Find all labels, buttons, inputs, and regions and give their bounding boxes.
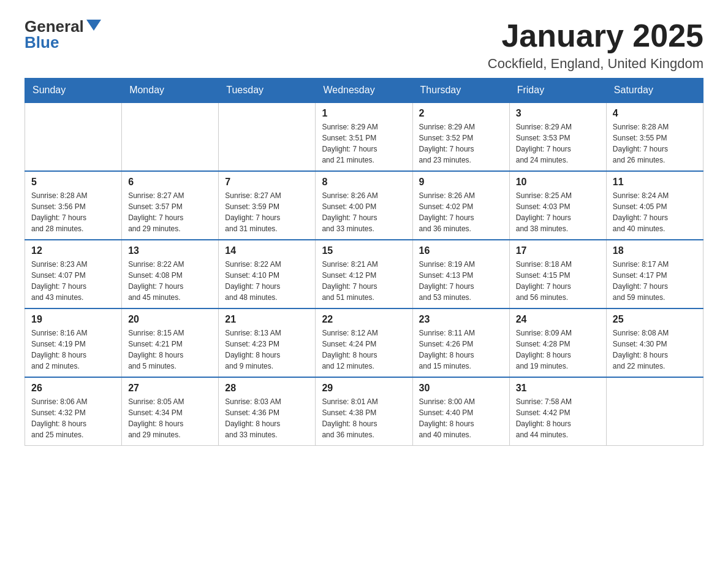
day-number: 7 <box>225 177 309 188</box>
day-info: Sunrise: 8:13 AM Sunset: 4:23 PM Dayligh… <box>225 327 309 372</box>
day-info: Sunrise: 8:27 AM Sunset: 3:57 PM Dayligh… <box>128 190 212 234</box>
calendar-cell: 26Sunrise: 8:06 AM Sunset: 4:32 PM Dayli… <box>25 377 122 446</box>
day-info: Sunrise: 8:19 AM Sunset: 4:13 PM Dayligh… <box>419 259 503 303</box>
calendar-cell: 2Sunrise: 8:29 AM Sunset: 3:52 PM Daylig… <box>412 102 509 171</box>
day-number: 5 <box>31 177 115 188</box>
column-header-thursday: Thursday <box>412 79 509 103</box>
day-number: 20 <box>128 314 212 325</box>
calendar-week-row: 19Sunrise: 8:16 AM Sunset: 4:19 PM Dayli… <box>25 308 703 377</box>
day-number: 23 <box>419 314 503 325</box>
day-info: Sunrise: 8:28 AM Sunset: 3:55 PM Dayligh… <box>613 121 697 166</box>
day-number: 16 <box>419 245 503 256</box>
day-info: Sunrise: 8:26 AM Sunset: 4:00 PM Dayligh… <box>322 190 406 234</box>
logo-triangle-icon <box>86 20 101 31</box>
day-number: 24 <box>516 314 600 325</box>
calendar-week-row: 1Sunrise: 8:29 AM Sunset: 3:51 PM Daylig… <box>25 102 703 171</box>
calendar-week-row: 5Sunrise: 8:28 AM Sunset: 3:56 PM Daylig… <box>25 171 703 240</box>
calendar-cell: 14Sunrise: 8:22 AM Sunset: 4:10 PM Dayli… <box>219 240 316 308</box>
day-info: Sunrise: 8:00 AM Sunset: 4:40 PM Dayligh… <box>419 396 503 440</box>
calendar-cell: 16Sunrise: 8:19 AM Sunset: 4:13 PM Dayli… <box>412 240 509 308</box>
calendar-cell: 13Sunrise: 8:22 AM Sunset: 4:08 PM Dayli… <box>122 240 219 308</box>
day-info: Sunrise: 8:17 AM Sunset: 4:17 PM Dayligh… <box>613 259 697 303</box>
calendar-cell: 24Sunrise: 8:09 AM Sunset: 4:28 PM Dayli… <box>509 308 606 377</box>
calendar-cell <box>122 102 219 171</box>
day-number: 25 <box>613 314 697 325</box>
day-number: 18 <box>613 245 697 256</box>
day-number: 12 <box>31 245 115 256</box>
calendar-week-row: 12Sunrise: 8:23 AM Sunset: 4:07 PM Dayli… <box>25 240 703 308</box>
calendar-cell: 17Sunrise: 8:18 AM Sunset: 4:15 PM Dayli… <box>509 240 606 308</box>
day-info: Sunrise: 8:05 AM Sunset: 4:34 PM Dayligh… <box>128 396 212 440</box>
day-info: Sunrise: 8:29 AM Sunset: 3:52 PM Dayligh… <box>419 121 503 166</box>
calendar-cell: 15Sunrise: 8:21 AM Sunset: 4:12 PM Dayli… <box>316 240 412 308</box>
day-info: Sunrise: 8:01 AM Sunset: 4:38 PM Dayligh… <box>322 396 406 440</box>
column-header-friday: Friday <box>509 79 606 103</box>
calendar-cell: 8Sunrise: 8:26 AM Sunset: 4:00 PM Daylig… <box>316 171 412 240</box>
day-info: Sunrise: 8:24 AM Sunset: 4:05 PM Dayligh… <box>613 190 697 234</box>
column-header-tuesday: Tuesday <box>219 79 316 103</box>
column-header-saturday: Saturday <box>606 79 703 103</box>
column-header-sunday: Sunday <box>25 79 122 103</box>
calendar-cell <box>25 102 122 171</box>
day-info: Sunrise: 8:11 AM Sunset: 4:26 PM Dayligh… <box>419 327 503 372</box>
day-info: Sunrise: 8:23 AM Sunset: 4:07 PM Dayligh… <box>31 259 115 303</box>
day-info: Sunrise: 8:08 AM Sunset: 4:30 PM Dayligh… <box>613 327 697 372</box>
day-number: 19 <box>31 314 115 325</box>
day-number: 28 <box>225 383 309 394</box>
column-header-monday: Monday <box>122 79 219 103</box>
day-number: 3 <box>516 108 600 119</box>
day-info: Sunrise: 8:21 AM Sunset: 4:12 PM Dayligh… <box>322 259 406 303</box>
day-number: 8 <box>322 177 406 188</box>
calendar-cell: 28Sunrise: 8:03 AM Sunset: 4:36 PM Dayli… <box>219 377 316 446</box>
day-info: Sunrise: 8:18 AM Sunset: 4:15 PM Dayligh… <box>516 259 600 303</box>
calendar-cell: 22Sunrise: 8:12 AM Sunset: 4:24 PM Dayli… <box>316 308 412 377</box>
day-number: 26 <box>31 383 115 394</box>
day-number: 31 <box>516 383 600 394</box>
calendar-header-row: SundayMondayTuesdayWednesdayThursdayFrid… <box>25 79 703 103</box>
calendar-cell: 21Sunrise: 8:13 AM Sunset: 4:23 PM Dayli… <box>219 308 316 377</box>
logo: General Blue <box>25 18 101 50</box>
page-header: General Blue January 2025 Cockfield, Eng… <box>25 18 703 72</box>
day-number: 9 <box>419 177 503 188</box>
calendar-cell: 25Sunrise: 8:08 AM Sunset: 4:30 PM Dayli… <box>606 308 703 377</box>
day-info: Sunrise: 8:26 AM Sunset: 4:02 PM Dayligh… <box>419 190 503 234</box>
calendar-cell: 7Sunrise: 8:27 AM Sunset: 3:59 PM Daylig… <box>219 171 316 240</box>
day-info: Sunrise: 8:22 AM Sunset: 4:10 PM Dayligh… <box>225 259 309 303</box>
day-number: 1 <box>322 108 406 119</box>
day-number: 17 <box>516 245 600 256</box>
day-info: Sunrise: 8:29 AM Sunset: 3:53 PM Dayligh… <box>516 121 600 166</box>
calendar-cell: 9Sunrise: 8:26 AM Sunset: 4:02 PM Daylig… <box>412 171 509 240</box>
logo-blue-text: Blue <box>25 34 59 50</box>
calendar-cell: 27Sunrise: 8:05 AM Sunset: 4:34 PM Dayli… <box>122 377 219 446</box>
calendar-cell: 31Sunrise: 7:58 AM Sunset: 4:42 PM Dayli… <box>509 377 606 446</box>
calendar-cell: 5Sunrise: 8:28 AM Sunset: 3:56 PM Daylig… <box>25 171 122 240</box>
month-title: January 2025 <box>488 18 703 53</box>
day-number: 2 <box>419 108 503 119</box>
calendar-table: SundayMondayTuesdayWednesdayThursdayFrid… <box>25 78 703 446</box>
day-number: 13 <box>128 245 212 256</box>
calendar-cell: 4Sunrise: 8:28 AM Sunset: 3:55 PM Daylig… <box>606 102 703 171</box>
day-info: Sunrise: 7:58 AM Sunset: 4:42 PM Dayligh… <box>516 396 600 440</box>
calendar-cell: 6Sunrise: 8:27 AM Sunset: 3:57 PM Daylig… <box>122 171 219 240</box>
day-number: 10 <box>516 177 600 188</box>
day-info: Sunrise: 8:03 AM Sunset: 4:36 PM Dayligh… <box>225 396 309 440</box>
column-header-wednesday: Wednesday <box>316 79 412 103</box>
day-info: Sunrise: 8:15 AM Sunset: 4:21 PM Dayligh… <box>128 327 212 372</box>
calendar-cell: 10Sunrise: 8:25 AM Sunset: 4:03 PM Dayli… <box>509 171 606 240</box>
day-info: Sunrise: 8:25 AM Sunset: 4:03 PM Dayligh… <box>516 190 600 234</box>
calendar-cell: 3Sunrise: 8:29 AM Sunset: 3:53 PM Daylig… <box>509 102 606 171</box>
day-number: 29 <box>322 383 406 394</box>
day-info: Sunrise: 8:06 AM Sunset: 4:32 PM Dayligh… <box>31 396 115 440</box>
day-info: Sunrise: 8:29 AM Sunset: 3:51 PM Dayligh… <box>322 121 406 166</box>
day-number: 11 <box>613 177 697 188</box>
day-number: 22 <box>322 314 406 325</box>
calendar-cell: 11Sunrise: 8:24 AM Sunset: 4:05 PM Dayli… <box>606 171 703 240</box>
day-info: Sunrise: 8:22 AM Sunset: 4:08 PM Dayligh… <box>128 259 212 303</box>
title-block: January 2025 Cockfield, England, United … <box>488 18 703 72</box>
calendar-cell: 23Sunrise: 8:11 AM Sunset: 4:26 PM Dayli… <box>412 308 509 377</box>
day-number: 6 <box>128 177 212 188</box>
day-info: Sunrise: 8:28 AM Sunset: 3:56 PM Dayligh… <box>31 190 115 234</box>
day-info: Sunrise: 8:09 AM Sunset: 4:28 PM Dayligh… <box>516 327 600 372</box>
calendar-cell: 29Sunrise: 8:01 AM Sunset: 4:38 PM Dayli… <box>316 377 412 446</box>
day-number: 14 <box>225 245 309 256</box>
